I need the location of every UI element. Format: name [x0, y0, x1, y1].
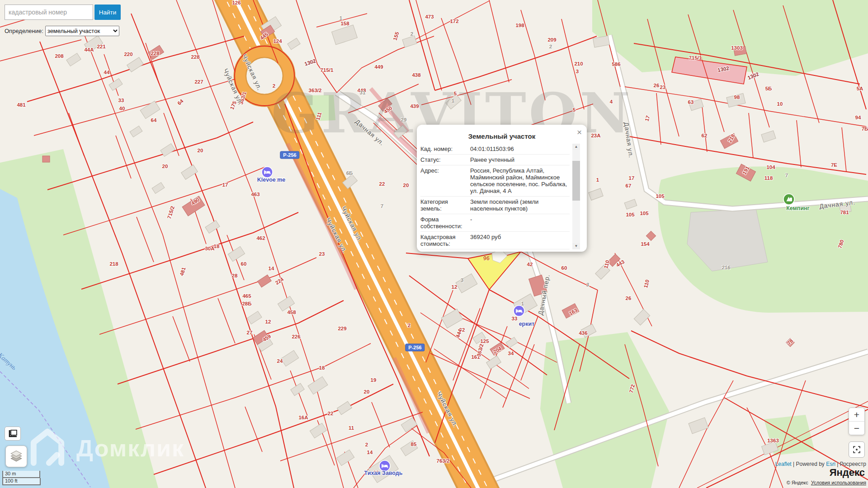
definition-select[interactable]: земельный участок	[45, 26, 119, 36]
terms-link[interactable]: Условия использования	[811, 480, 866, 485]
hotel-icon[interactable]	[261, 166, 274, 178]
popup-title: Земельный участок	[417, 132, 587, 140]
hotel-icon[interactable]	[513, 305, 525, 317]
popup-scrollbar[interactable]: ▲ ▼	[572, 144, 580, 249]
popup-scroll-area[interactable]: Кад. номер: 04:01:011503:96 Статус: Ране…	[420, 144, 570, 252]
popup-row: Форма собственности: -	[420, 214, 570, 232]
layers-icon	[8, 449, 24, 464]
ruler-icon	[8, 429, 18, 438]
scrollbar-up-icon[interactable]: ▲	[572, 144, 580, 150]
popup-row: Категория земель: Земли поселений (земли…	[420, 197, 570, 214]
scrollbar-down-icon[interactable]: ▼	[572, 243, 580, 249]
measure-button[interactable]	[5, 427, 21, 441]
zoom-in-button[interactable]: +	[849, 408, 864, 422]
scrollbar-thumb[interactable]	[572, 161, 580, 201]
hotel-icon[interactable]	[379, 460, 391, 472]
close-icon[interactable]: ×	[577, 128, 582, 136]
search-control: Найти	[5, 5, 121, 20]
definition-control: Определение: земельный участок	[5, 26, 119, 36]
camp-icon[interactable]	[783, 193, 795, 206]
cadastral-map-app: { "search": { "placeholder": "кадастровы…	[0, 0, 868, 488]
scale-metric: 30 m	[2, 471, 40, 478]
layers-button[interactable]	[5, 446, 27, 467]
scale-bar: 30 m 100 ft	[2, 471, 41, 485]
leaflet-link[interactable]: Leaflet	[775, 461, 792, 467]
popup-row: Уточненная площадь: 800 кв.м	[420, 249, 570, 252]
parcel-info-popup: Земельный участок × Кад. номер: 04:01:01…	[417, 125, 587, 252]
rosreestr-label: Росреестр	[840, 461, 866, 467]
yandex-logo: Яндекс	[830, 467, 865, 479]
popup-row: Кадастровая стоимость: 369240 руб	[420, 232, 570, 249]
popup-row: Статус: Ранее учтенный	[420, 155, 570, 165]
popup-row: Кад. номер: 04:01:011503:96	[420, 144, 570, 155]
popup-row: Адрес: Россия, Республика Алтай, Майминс…	[420, 165, 570, 197]
locate-button[interactable]	[849, 441, 865, 458]
esri-link[interactable]: Esri	[826, 461, 835, 467]
scale-imperial: 100 ft	[2, 478, 41, 485]
yandex-copyright: © Яндекс Условия использования	[787, 480, 866, 485]
zoom-out-button[interactable]: −	[849, 422, 864, 435]
search-button[interactable]: Найти	[94, 5, 121, 20]
search-input[interactable]	[5, 5, 93, 20]
zoom-control: + −	[849, 408, 865, 435]
definition-label: Определение:	[5, 28, 43, 34]
focus-icon	[852, 445, 861, 454]
map-attribution: Leaflet | Powered by Esri | Росреестр	[775, 461, 866, 467]
